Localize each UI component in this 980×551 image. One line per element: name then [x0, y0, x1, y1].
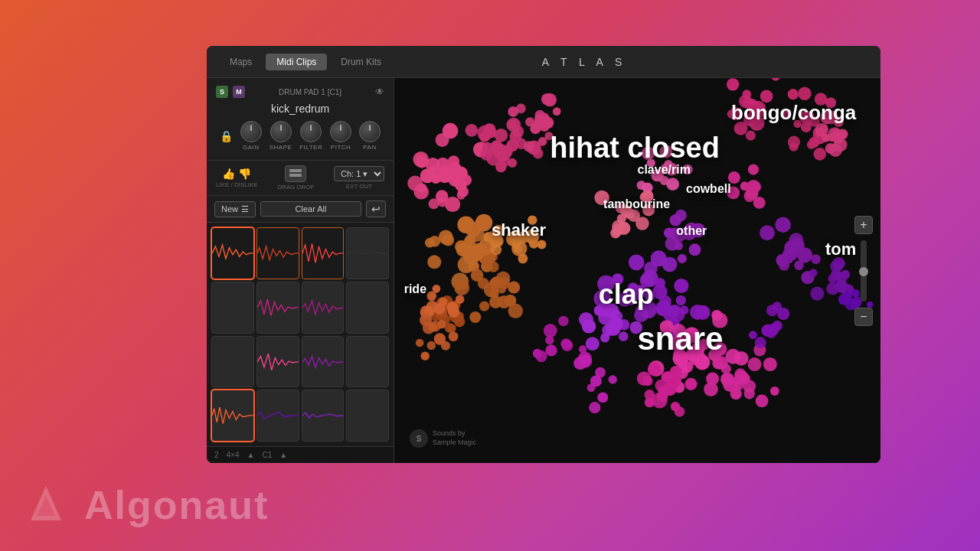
pad-cell-3[interactable]	[302, 227, 345, 279]
gain-label: GAIN	[243, 144, 260, 151]
algonaut-branding: Algonaut	[23, 482, 269, 528]
pan-knob[interactable]	[359, 121, 381, 142]
pitch-knob[interactable]	[330, 121, 351, 142]
eye-icon[interactable]: 👁	[375, 86, 384, 97]
clear-all-button[interactable]: Clear All	[260, 201, 361, 217]
status-item-3: ▲	[247, 451, 255, 459]
zoom-slider-thumb	[859, 267, 868, 276]
pad-cell-15[interactable]	[302, 390, 345, 442]
status-item-1: 2	[214, 451, 219, 459]
svg-rect-0	[289, 169, 302, 172]
clear-all-label: Clear All	[296, 204, 327, 214]
drum-pad-label: DRUM PAD 1 [C1]	[250, 88, 371, 96]
main-content: S M DRUM PAD 1 [C1] 👁 kick_redrum 🔒 GAIN	[207, 78, 880, 463]
new-kit-label: New	[221, 204, 238, 214]
zoom-in-button[interactable]: +	[854, 216, 873, 234]
app-logo: A T L A S	[542, 56, 627, 68]
gain-knob[interactable]	[240, 121, 262, 142]
like-dislike-group: 👍 👎 LIKE / DISLIKE	[216, 168, 258, 188]
zoom-out-button[interactable]: −	[854, 308, 873, 326]
pad-cell-7[interactable]	[302, 282, 345, 334]
shape-knob[interactable]	[270, 121, 292, 142]
pad-cell-10[interactable]	[256, 336, 299, 388]
filter-knob[interactable]	[300, 121, 322, 142]
pad-cell-4[interactable]	[346, 227, 389, 279]
shape-label: SHAPE	[270, 144, 292, 151]
pad-cell-8[interactable]	[346, 282, 389, 334]
drag-drop-label: DRAG DROP	[277, 184, 314, 191]
tab-drum-kits[interactable]: Drum Kits	[330, 54, 392, 70]
sample-magic-text: Sounds bySample Magic	[433, 429, 476, 447]
algonaut-name: Algonaut	[84, 482, 269, 528]
badge-m[interactable]: M	[233, 86, 245, 98]
title-bar: Maps Midi Clips Drum Kits A T L A S	[207, 46, 880, 78]
channel-select[interactable]: Ch: 1 ▾ Ch: 2 Ch: 3	[334, 166, 384, 181]
tab-maps[interactable]: Maps	[219, 54, 263, 70]
pad-cell-1[interactable]	[211, 227, 254, 279]
status-item-2: 4×4	[227, 451, 240, 459]
atlas-panel[interactable]: hihat closed bongo/conga clave/rim cowbe…	[394, 78, 880, 463]
pad-cell-2[interactable]	[256, 227, 299, 279]
sample-magic-logo: S	[410, 429, 428, 448]
shape-knob-group: SHAPE	[270, 121, 292, 151]
pad-name: kick_redrum	[216, 103, 384, 115]
filter-label: FILTER	[299, 144, 322, 151]
pad-cell-9[interactable]	[211, 336, 254, 388]
pad-cell-5[interactable]	[211, 282, 254, 334]
pad-cell-12[interactable]	[346, 336, 389, 388]
pads-grid	[207, 223, 394, 446]
badge-s[interactable]: S	[216, 86, 228, 98]
pitch-label: PITCH	[331, 144, 351, 151]
like-dislike-label: LIKE / DISLIKE	[216, 181, 258, 188]
atlas-dots-canvas	[394, 78, 880, 463]
pad-cell-16[interactable]	[346, 390, 389, 442]
filter-knob-group: FILTER	[299, 121, 322, 151]
pan-knob-group: PAN	[359, 121, 381, 151]
left-panel: S M DRUM PAD 1 [C1] 👁 kick_redrum 🔒 GAIN	[207, 78, 394, 463]
pan-label: PAN	[363, 144, 376, 151]
like-button[interactable]: 👍	[222, 168, 235, 180]
tab-midi-clips[interactable]: Midi Clips	[266, 54, 327, 70]
pad-cell-11[interactable]	[302, 336, 345, 388]
pad-cell-14[interactable]	[256, 390, 299, 442]
status-bar: 2 4×4 ▲ C1 ▲	[207, 446, 394, 463]
ext-out-label: EXT OUT	[346, 183, 373, 190]
bottom-controls: 👍 👎 LIKE / DISLIKE DRAG DROP	[207, 161, 394, 196]
lock-icon[interactable]: 🔒	[220, 130, 233, 142]
dislike-button[interactable]: 👎	[238, 168, 251, 180]
kit-toolbar: New ☰ Clear All ↩	[207, 196, 394, 223]
pitch-knob-group: PITCH	[330, 121, 351, 151]
pad-header: S M DRUM PAD 1 [C1] 👁 kick_redrum 🔒 GAIN	[207, 78, 394, 161]
status-item-4: C1	[262, 451, 272, 459]
undo-button[interactable]: ↩	[366, 201, 386, 217]
new-kit-button[interactable]: New ☰	[214, 201, 256, 217]
pad-cell-13[interactable]	[211, 390, 254, 442]
status-item-5: ▲	[279, 451, 287, 459]
app-window: Maps Midi Clips Drum Kits A T L A S S M …	[207, 46, 880, 463]
menu-icon: ☰	[241, 204, 249, 214]
zoom-controls: + −	[854, 216, 873, 326]
tab-group: Maps Midi Clips Drum Kits	[219, 54, 392, 70]
knobs-row: 🔒 GAIN SHAPE FILTER PI	[216, 121, 384, 151]
ext-out-group: Ch: 1 ▾ Ch: 2 Ch: 3 EXT OUT	[334, 166, 384, 190]
pad-cell-6[interactable]	[256, 282, 299, 334]
gain-knob-group: GAIN	[240, 121, 262, 151]
drag-drop-group: DRAG DROP	[277, 165, 314, 191]
svg-rect-1	[289, 174, 302, 177]
drag-drop-button[interactable]	[285, 165, 306, 182]
zoom-slider[interactable]	[861, 240, 867, 302]
sample-magic-watermark: S Sounds bySample Magic	[410, 429, 476, 448]
